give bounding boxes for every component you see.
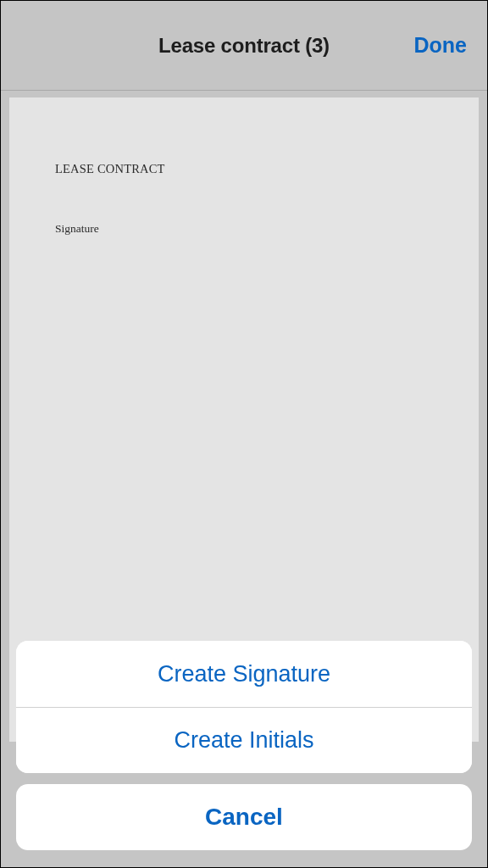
action-sheet-cancel-group: Cancel <box>16 784 472 850</box>
navigation-bar: Lease contract (3) Done <box>1 1 487 91</box>
page-title: Lease contract (3) <box>158 34 330 58</box>
action-sheet: Create Signature Create Initials Cancel <box>1 641 487 867</box>
create-initials-button[interactable]: Create Initials <box>16 707 472 773</box>
cancel-button[interactable]: Cancel <box>16 784 472 850</box>
done-button[interactable]: Done <box>414 33 468 58</box>
document-heading: LEASE CONTRACT <box>55 162 433 176</box>
create-signature-button[interactable]: Create Signature <box>16 641 472 707</box>
action-sheet-options: Create Signature Create Initials <box>16 641 472 773</box>
signature-field-label: Signature <box>55 222 433 236</box>
